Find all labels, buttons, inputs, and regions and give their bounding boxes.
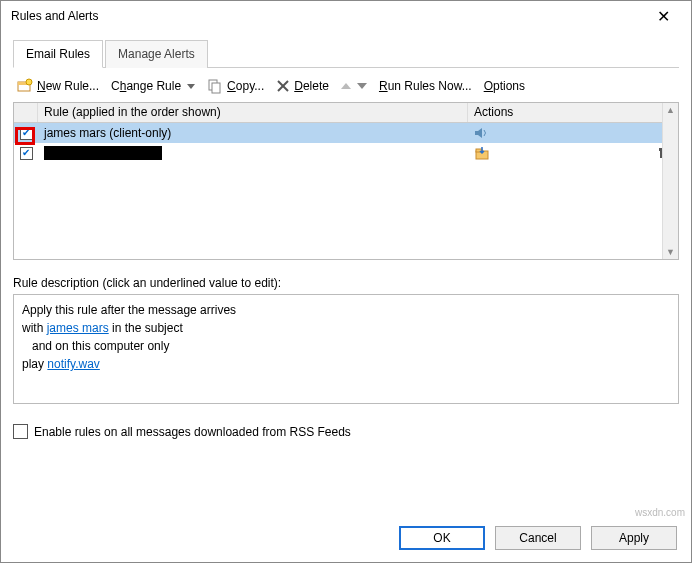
sound-icon <box>474 126 488 140</box>
rule-row[interactable]: ✔ james mars (client-only) <box>14 123 678 143</box>
rule-row[interactable]: ✔ <box>14 143 678 163</box>
move-up-down-group <box>341 83 367 89</box>
window-title: Rules and Alerts <box>11 9 98 23</box>
rule-checkbox[interactable]: ✔ <box>20 147 33 160</box>
rss-feeds-option: Enable rules on all messages downloaded … <box>13 424 679 439</box>
apply-button[interactable]: Apply <box>591 526 677 550</box>
rule-name: james mars (client-only) <box>44 126 171 140</box>
rule-checkbox-cell: ✔ <box>14 147 38 160</box>
move-down-button[interactable] <box>357 83 367 89</box>
description-line: Apply this rule after the message arrive… <box>22 301 670 319</box>
move-up-button[interactable] <box>341 83 351 89</box>
description-line: play notify.wav <box>22 355 670 373</box>
rule-actions-cell <box>468 126 678 140</box>
change-rule-button[interactable]: Change Rule <box>111 79 195 93</box>
tab-manage-alerts[interactable]: Manage Alerts <box>105 40 208 68</box>
change-rule-label: Change Rule <box>111 79 181 93</box>
titlebar: Rules and Alerts ✕ <box>1 1 691 31</box>
tab-label: Manage Alerts <box>118 47 195 61</box>
rule-action-link[interactable]: notify.wav <box>47 357 99 371</box>
rules-and-alerts-dialog: Rules and Alerts ✕ Email Rules Manage Al… <box>0 0 692 563</box>
description-label: Rule description (click an underlined va… <box>13 276 679 290</box>
rss-checkbox-label: Enable rules on all messages downloaded … <box>34 425 351 439</box>
delete-label: Delete <box>294 79 329 93</box>
rules-list: Rule (applied in the order shown) Action… <box>13 102 679 260</box>
delete-icon <box>276 79 290 93</box>
rule-actions-cell <box>468 145 678 161</box>
description-line: with james mars in the subject <box>22 319 670 337</box>
copy-label: Copy... <box>227 79 264 93</box>
move-to-folder-icon <box>474 145 490 161</box>
new-rule-icon <box>17 78 33 94</box>
rule-name-cell <box>38 146 468 160</box>
dropdown-caret-icon <box>187 84 195 89</box>
ok-button[interactable]: OK <box>399 526 485 550</box>
description-box: Apply this rule after the message arrive… <box>13 294 679 404</box>
options-label: Options <box>484 79 525 93</box>
column-actions-header[interactable]: Actions <box>468 103 678 122</box>
close-button[interactable]: ✕ <box>643 7 683 26</box>
cancel-button[interactable]: Cancel <box>495 526 581 550</box>
toolbar: New Rule... Change Rule Copy... Delete <box>13 68 679 102</box>
rules-list-header: Rule (applied in the order shown) Action… <box>14 103 678 123</box>
dialog-buttons: OK Cancel Apply <box>399 526 677 550</box>
scroll-down-icon[interactable]: ▼ <box>666 245 675 259</box>
rules-scrollbar[interactable]: ▲ ▼ <box>662 103 678 259</box>
options-button[interactable]: Options <box>484 79 525 93</box>
dialog-content: Email Rules Manage Alerts New Rule... Ch… <box>1 31 691 439</box>
redacted-text <box>44 146 162 160</box>
rule-checkbox[interactable]: ✔ <box>20 127 33 140</box>
tab-strip: Email Rules Manage Alerts <box>13 39 679 68</box>
run-rules-now-label: Run Rules Now... <box>379 79 472 93</box>
copy-button[interactable]: Copy... <box>207 78 264 94</box>
copy-icon <box>207 78 223 94</box>
watermark: wsxdn.com <box>635 507 685 518</box>
rule-checkbox-cell: ✔ <box>14 127 38 140</box>
rule-condition-link[interactable]: james mars <box>47 321 109 335</box>
tab-email-rules[interactable]: Email Rules <box>13 40 103 68</box>
scroll-up-icon[interactable]: ▲ <box>666 103 675 117</box>
new-rule-label: New Rule... <box>37 79 99 93</box>
tab-label: Email Rules <box>26 47 90 61</box>
column-checkbox <box>14 103 38 122</box>
run-rules-now-button[interactable]: Run Rules Now... <box>379 79 472 93</box>
svg-marker-7 <box>475 128 482 138</box>
description-line: and on this computer only <box>22 337 670 355</box>
svg-rect-4 <box>212 83 220 93</box>
delete-button[interactable]: Delete <box>276 79 329 93</box>
new-rule-button[interactable]: New Rule... <box>17 78 99 94</box>
rss-checkbox[interactable] <box>13 424 28 439</box>
svg-point-2 <box>26 79 32 85</box>
column-rule-header[interactable]: Rule (applied in the order shown) <box>38 103 468 122</box>
rule-name-cell: james mars (client-only) <box>38 126 468 140</box>
